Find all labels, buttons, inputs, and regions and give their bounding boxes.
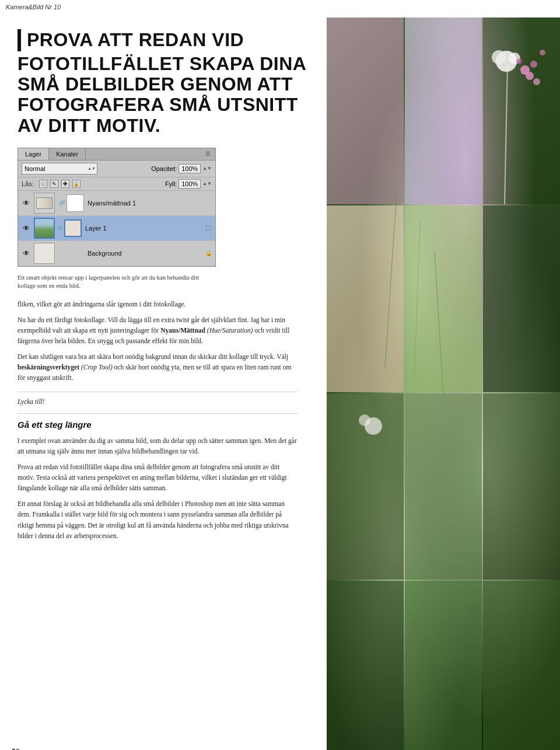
section-para1: I exemplet ovan använder du dig av samma… [18,435,298,457]
lock-transparency-icon[interactable]: □ [39,180,47,188]
photo-grid-overlay [327,18,560,750]
body-para1: fliken, vilket gör att ändringarna slår … [18,299,298,309]
section-para2: Prova att redan vid fototillfället skapa… [18,462,298,494]
lock-label: Lås: [22,180,34,187]
photo-composite [327,18,560,750]
section-para3: Ett annat förslag är också att bildbehan… [18,498,298,542]
layer-chain-icon: 🔗 [58,200,65,206]
section-separator2 [18,413,298,414]
lock-all-icon[interactable]: 🔒 [72,180,80,188]
nyans-italic: (Hue/Saturation) [207,327,253,334]
layer-name-adjustment: Nyans/mättnad 1 [88,200,212,207]
photo-cell-3 [483,18,560,204]
nyans-bold: Nyans/Mättnad [160,327,205,334]
background-layer-name: Background [88,250,203,257]
layer-thumb-adjustment [34,193,55,214]
layer1-name: Layer 1 [85,225,203,232]
blend-opacity-row: Normal Opacitet: 100% ▲▼ [18,161,215,177]
lock-fill-row: Lås: □ ✎ ✤ 🔒 Fyll: 100% ▲▼ [18,177,215,191]
blend-mode-select[interactable]: Normal [22,163,97,175]
left-column: PROVA ATT REDAN VID FOTOTILLFÄLLET SKAPA… [0,18,327,750]
opacity-label: Opacitet: [151,165,177,172]
background-thumb [34,243,55,264]
body-para2-text: Nu har du ett färdigt fotokollage. Vill … [18,316,289,345]
lock-brush-icon[interactable]: ✎ [50,180,58,188]
panel-menu-button[interactable]: ☰ [201,148,215,160]
article-headline: PROVA ATT REDAN VID FOTOTILLFÄLLET SKAPA… [18,29,309,136]
layer-visibility-eye[interactable]: 👁 [21,198,32,208]
layer1-chain-icon: 🔗 [56,225,63,231]
layers-panel: Lager Kanaler ☰ Normal Opacitet: 100% ▲▼… [18,148,216,267]
image-caption: Ett smart objekt rensar upp i lagerpanel… [18,274,210,291]
body-para3: Det kan slutligen vara bra att skära bor… [18,351,298,383]
layer-row-background[interactable]: 👁 Background 🔒 [18,241,215,266]
photo-cell-6 [483,205,560,392]
photo-cell-12 [483,581,560,750]
page-number: 58 [12,748,20,750]
photo-cell-11 [405,581,482,750]
layer-row-adjustment[interactable]: 👁 🔗 Nyans/mättnad 1 [18,191,215,216]
fill-input[interactable]: 100% [178,179,201,189]
layer1-type-icon: ⬚ [205,225,212,231]
panel-tabs: Lager Kanaler ☰ [18,148,215,161]
tab-kanaler[interactable]: Kanaler [49,148,86,160]
photo-cell-10 [327,581,404,750]
photo-cell-9 [483,393,560,580]
fill-label: Fyll: [165,180,177,187]
opacity-stepper[interactable]: ▲▼ [202,166,212,171]
section-heading: Gå ett steg längre [18,420,309,430]
beskärning-bold: beskärningsverktyget [18,364,79,371]
layer1-visibility-eye[interactable]: 👁 [21,223,32,233]
accent-bar [18,29,21,51]
photo-cell-7 [327,393,404,580]
layer-mask-adjustment [66,194,84,212]
photo-cell-5 [405,205,482,392]
body-para3-text: Det kan slutligen vara bra att skära bor… [18,353,291,382]
fill-stepper[interactable]: ▲▼ [202,181,212,186]
body-para2: Nu har du ett färdigt fotokollage. Vill … [18,315,298,347]
background-visibility-eye[interactable]: 👁 [21,248,32,259]
background-lock-icon: 🔒 [205,250,212,256]
photo-cell-8 [405,393,482,580]
section-separator [18,392,298,392]
page-footer: 58 Photoshop, Skapa fotokonst [12,748,102,750]
photo-column [327,18,560,750]
fill-group: Fyll: 100% ▲▼ [165,179,212,189]
opacity-input[interactable]: 100% [178,164,201,173]
magazine-header: Kamera&Bild Nr 10 [6,4,61,11]
photo-cell-1 [327,18,404,204]
lock-move-icon[interactable]: ✤ [61,180,69,188]
photo-cell-2 [405,18,482,204]
tab-lager[interactable]: Lager [18,148,49,160]
opacity-group: Opacitet: 100% ▲▼ [151,164,212,173]
layer-row-layer1[interactable]: 👁 🔗 Layer 1 ⬚ [18,216,215,241]
background-mask-spacer [66,245,84,262]
adjustment-thumb-inner [36,197,52,209]
photo-cell-4 [327,205,404,392]
beskärning-italic: (Crop Tool) [81,364,113,371]
layer1-thumb [34,218,55,239]
layer1-mask [64,219,82,237]
lycka-till-text: Lycka till! [18,398,309,405]
